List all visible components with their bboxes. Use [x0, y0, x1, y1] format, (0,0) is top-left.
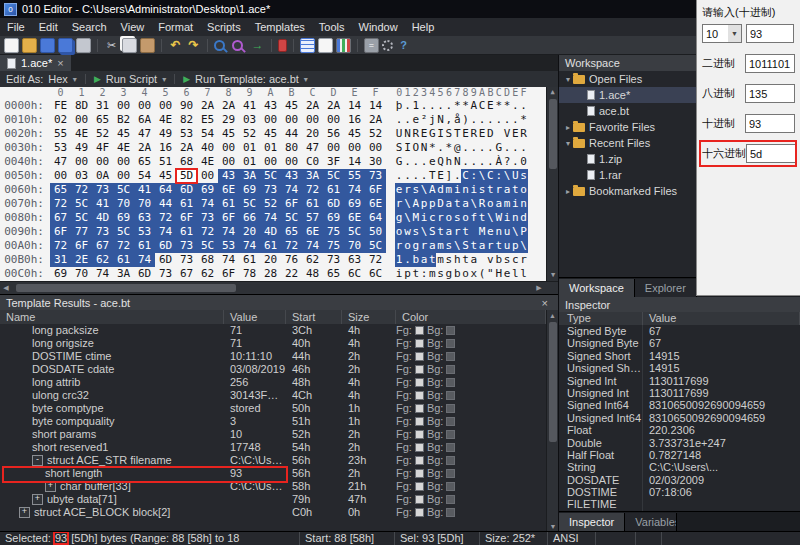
- hex-byte[interactable]: 6F: [218, 267, 239, 281]
- toolbar-paste-icon[interactable]: [140, 38, 155, 53]
- hex-byte[interactable]: 73: [155, 267, 176, 281]
- scroll-right-icon[interactable]: ▶: [533, 282, 545, 294]
- hex-byte[interactable]: 2A: [176, 141, 197, 155]
- hex-ascii-char[interactable]: ?: [503, 155, 511, 169]
- hex-ascii-char[interactable]: p: [403, 267, 411, 281]
- hex-byte[interactable]: 00: [134, 99, 155, 113]
- hex-ascii-char[interactable]: m: [445, 183, 453, 197]
- hex-ascii-char[interactable]: þ: [395, 99, 403, 113]
- hex-byte[interactable]: 00: [344, 141, 365, 155]
- template-row[interactable]: short params1052h2hFg:Bg:: [0, 428, 546, 441]
- toolbar-bookmark-icon[interactable]: [278, 39, 287, 52]
- inspector-row[interactable]: Double3.733731e+247: [559, 437, 800, 449]
- hex-ascii-char[interactable]: f: [470, 211, 478, 225]
- menu-format[interactable]: Format: [151, 18, 200, 36]
- chevron-down-icon[interactable]: ▾: [162, 75, 166, 84]
- hex-byte[interactable]: 74: [260, 211, 281, 225]
- hex-byte[interactable]: 00: [365, 141, 386, 155]
- hex-byte[interactable]: 74: [197, 197, 218, 211]
- hex-ascii-char[interactable]: g: [445, 267, 453, 281]
- hex-byte[interactable]: 00: [71, 113, 92, 127]
- hex-ascii-char[interactable]: .: [486, 155, 494, 169]
- hex-byte[interactable]: 00: [197, 169, 218, 183]
- hex-ascii-char[interactable]: *: [503, 99, 511, 113]
- hex-ascii-char[interactable]: r: [395, 239, 403, 253]
- hex-byte[interactable]: 4E: [197, 155, 218, 169]
- hex-ascii-char[interactable]: r: [436, 211, 444, 225]
- hex-ascii-char[interactable]: \: [420, 225, 428, 239]
- hex-byte[interactable]: 72: [155, 211, 176, 225]
- hex-byte[interactable]: 4D: [92, 211, 113, 225]
- hex-ascii-char[interactable]: .: [420, 99, 428, 113]
- hex-byte[interactable]: 63: [134, 211, 155, 225]
- hex-vertical-scrollbar[interactable]: ▲ ▼: [546, 87, 558, 281]
- expand-icon[interactable]: +: [32, 494, 43, 505]
- hex-ascii-char[interactable]: G: [428, 127, 436, 141]
- converter-value-input[interactable]: [745, 84, 795, 103]
- hex-byte[interactable]: 70: [71, 267, 92, 281]
- hex-byte[interactable]: 47: [302, 141, 323, 155]
- hex-byte[interactable]: 64: [155, 183, 176, 197]
- menu-tools[interactable]: Tools: [312, 18, 352, 36]
- hex-byte[interactable]: 6D: [155, 239, 176, 253]
- hex-ascii-char[interactable]: M: [412, 211, 420, 225]
- template-row[interactable]: ulong crc3230143FC0h4Ch4hFg:Bg:: [0, 389, 546, 402]
- hex-byte[interactable]: 68: [176, 155, 197, 169]
- hex-ascii-char[interactable]: \: [420, 183, 428, 197]
- hex-byte[interactable]: 52: [365, 127, 386, 141]
- hex-ascii-char[interactable]: a: [478, 239, 486, 253]
- hex-ascii-char[interactable]: t: [436, 225, 444, 239]
- hex-ascii-char[interactable]: u: [503, 225, 511, 239]
- toolbar-save-file-icon[interactable]: [40, 38, 55, 53]
- toolbar-print-icon[interactable]: [76, 38, 91, 53]
- hex-ascii-char[interactable]: .: [403, 169, 411, 183]
- hex-ascii-char[interactable]: ": [486, 267, 494, 281]
- hex-ascii-char[interactable]: @: [453, 141, 461, 155]
- hex-ascii-char[interactable]: i: [503, 211, 511, 225]
- hex-byte[interactable]: 67: [176, 267, 197, 281]
- hex-ascii-char[interactable]: t: [486, 183, 494, 197]
- hex-ascii-char[interactable]: b: [412, 253, 420, 267]
- hex-byte[interactable]: 54: [134, 169, 155, 183]
- hex-byte[interactable]: 74: [92, 267, 113, 281]
- hex-ascii-char[interactable]: .: [395, 169, 403, 183]
- hex-byte[interactable]: 65: [134, 155, 155, 169]
- hex-ascii-char[interactable]: 1: [395, 253, 403, 267]
- hex-ascii-char[interactable]: o: [395, 225, 403, 239]
- hex-ascii-char[interactable]: 0: [519, 155, 527, 169]
- hex-byte[interactable]: 8D: [71, 99, 92, 113]
- base-select-dropdown[interactable]: 10 ▼: [702, 24, 742, 43]
- hex-ascii-char[interactable]: G: [495, 141, 503, 155]
- inspector-row[interactable]: Half Float0.7827148: [559, 449, 800, 461]
- inspector-row[interactable]: Unsigned Byte67: [559, 337, 800, 349]
- hex-ascii-char[interactable]: R: [519, 127, 527, 141]
- hex-ascii-char[interactable]: *: [519, 113, 527, 127]
- toolbar-save-all-icon[interactable]: [58, 38, 73, 53]
- hex-byte[interactable]: 63: [344, 253, 365, 267]
- hex-byte[interactable]: B2: [113, 113, 134, 127]
- hex-ascii-char[interactable]: w: [403, 225, 411, 239]
- hex-byte[interactable]: 2A: [218, 99, 239, 113]
- inspector-row[interactable]: Signed Int648310650092690094659: [559, 399, 800, 411]
- hex-ascii-char[interactable]: .: [436, 99, 444, 113]
- hex-byte[interactable]: 90: [176, 99, 197, 113]
- hex-byte[interactable]: 72: [71, 183, 92, 197]
- hex-ascii-char[interactable]: s: [503, 253, 511, 267]
- hex-byte[interactable]: 70: [113, 197, 134, 211]
- hex-byte[interactable]: FE: [50, 99, 71, 113]
- hex-ascii-char[interactable]: \: [503, 169, 511, 183]
- hex-ascii-char[interactable]: i: [395, 267, 403, 281]
- hex-byte[interactable]: 47: [50, 155, 71, 169]
- hex-byte[interactable]: 54: [197, 127, 218, 141]
- hex-ascii-char[interactable]: G: [395, 155, 403, 169]
- hex-byte[interactable]: 5C: [323, 169, 344, 183]
- hex-byte[interactable]: 00: [71, 155, 92, 169]
- hex-ascii-char[interactable]: n: [511, 211, 519, 225]
- hex-ascii-char[interactable]: h: [453, 253, 461, 267]
- hex-ascii-char[interactable]: g: [412, 239, 420, 253]
- hex-byte[interactable]: 2A: [323, 99, 344, 113]
- hex-byte[interactable]: 53: [134, 225, 155, 239]
- hex-ascii-char[interactable]: \: [403, 211, 411, 225]
- hex-byte[interactable]: 20: [260, 253, 281, 267]
- hex-ascii-char[interactable]: r: [519, 253, 527, 267]
